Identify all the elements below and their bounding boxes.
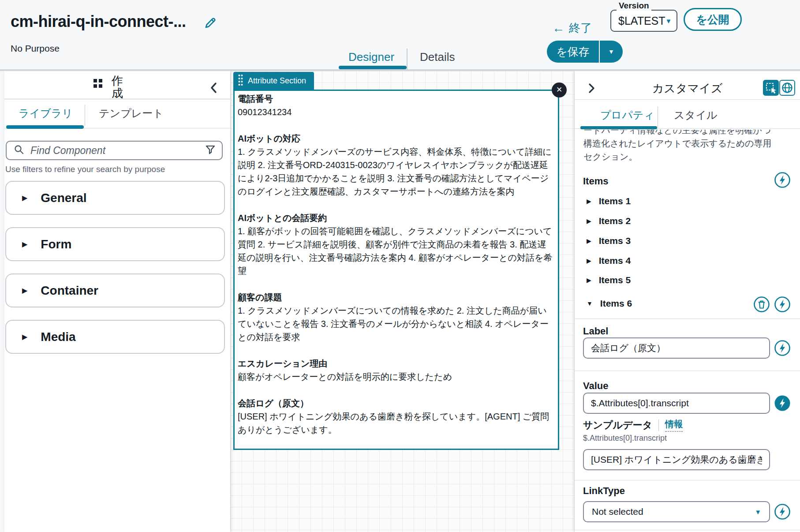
exit-label: 終了	[569, 20, 592, 36]
chevron-right-icon: ▶	[22, 286, 27, 295]
divider	[4, 99, 230, 99]
tab-divider	[85, 105, 85, 126]
item-label: Items 1	[599, 196, 631, 206]
value-heading: Value	[583, 380, 608, 392]
field-label: AIボットの対応	[238, 132, 555, 145]
deselect-component-button[interactable]: ✕	[552, 82, 567, 97]
component-tag-label: Attribute Section	[248, 76, 306, 86]
version-value: $LATEST	[618, 15, 665, 27]
item-dynamic-data-button[interactable]	[774, 296, 791, 313]
drag-handle-icon[interactable]	[238, 74, 243, 88]
field-value: [USER] ホワイトニング効果のある歯磨き粉を探しています。[AGENT] ご…	[238, 410, 555, 436]
item-row-5[interactable]: ▶ Items 5	[587, 275, 631, 285]
sample-data-input[interactable]	[583, 449, 770, 470]
chevron-right-icon: ▶	[587, 217, 591, 225]
panel-tab-style[interactable]: スタイル	[674, 108, 717, 122]
section-form[interactable]: ▶ Form	[5, 227, 225, 261]
chevron-right-icon: ▶	[22, 240, 27, 248]
label-input[interactable]	[583, 337, 770, 359]
item-label: Items 2	[599, 216, 631, 226]
search-input[interactable]	[30, 144, 200, 157]
section-general[interactable]: ▶ General	[5, 181, 225, 215]
field-label: 電話番号	[238, 92, 555, 105]
section-label: Container	[41, 284, 98, 298]
label-dynamic-data-button[interactable]	[774, 340, 791, 356]
attribute-field: 顧客の課題 1. クラスメソッドメンバーズについての情報を求めた 2. 注文した…	[238, 291, 555, 344]
divider	[658, 420, 659, 431]
lightning-icon	[774, 351, 791, 358]
tab-details[interactable]: Details	[420, 50, 455, 64]
exit-link[interactable]: ← 終了	[552, 20, 592, 36]
version-dropdown[interactable]: $LATEST ▼	[610, 10, 677, 32]
linktype-heading: LinkType	[583, 485, 625, 497]
delete-item-button[interactable]	[753, 296, 770, 313]
save-button[interactable]: を保存	[547, 41, 599, 63]
label-heading: Label	[583, 326, 608, 337]
select-mode-button[interactable]	[763, 80, 779, 96]
divider	[575, 530, 800, 530]
field-label: エスカレーション理由	[238, 357, 555, 370]
item-row-1[interactable]: ▶ Items 1	[587, 196, 631, 206]
section-media[interactable]: ▶ Media	[5, 320, 225, 354]
filter-icon[interactable]	[205, 144, 216, 157]
items-dynamic-data-button[interactable]	[774, 172, 791, 188]
publish-button[interactable]: を公開	[684, 8, 742, 31]
info-link[interactable]: 情報	[665, 418, 683, 432]
component-tag-attribute-section[interactable]: Attribute Section	[233, 72, 314, 90]
field-value: 1. クラスメソッドメンバーズについての情報を求めた 2. 注文した商品が届いて…	[238, 304, 555, 344]
edit-title-button[interactable]	[203, 16, 218, 31]
field-label: 顧客の課題	[238, 291, 555, 304]
collapse-sidebar-button[interactable]	[206, 81, 221, 96]
divider	[575, 318, 800, 319]
selected-attribute-section[interactable]: 電話番号 09012341234 AIボットの対応 1. クラスメソッドメンバー…	[233, 90, 559, 450]
attribute-field: AIボットの対応 1. クラスメソッドメンバーズのサービス内容、料金体系、特徴に…	[238, 132, 555, 198]
active-tab-indicator	[339, 66, 407, 69]
field-label: AIボットとの会話要約	[238, 211, 555, 225]
sample-data-path: $.Attributes[0].transcript	[583, 434, 667, 443]
section-container[interactable]: ▶ Container	[5, 273, 225, 307]
page-title: cm-hirai-q-in-connect-...	[11, 12, 186, 31]
value-input[interactable]	[583, 393, 770, 414]
linktype-dynamic-data-button[interactable]	[774, 503, 791, 520]
sidebar-tab-library[interactable]: ライブラリ	[19, 106, 73, 120]
lightning-filled-icon	[774, 406, 791, 413]
value-dynamic-data-button-active[interactable]	[774, 395, 791, 412]
chevron-right-icon: ▶	[587, 257, 591, 264]
back-arrow-icon: ←	[552, 22, 564, 34]
save-options-button[interactable]: ▼	[600, 41, 623, 63]
chevron-down-icon: ▼	[587, 300, 593, 307]
linktype-value: Not selected	[592, 506, 643, 517]
panel-tab-properties[interactable]: プロパティ	[600, 108, 654, 122]
chevron-down-icon: ▼	[608, 48, 614, 55]
chevron-left-icon	[208, 89, 220, 96]
lightning-icon	[774, 515, 791, 521]
item-row-6[interactable]: ▼ Items 6	[587, 298, 632, 309]
field-value: 1. 顧客がボットの回答可能範囲を確認し、クラスメソッドメンバーズについて質問 …	[238, 225, 555, 277]
sample-data-heading: サンプルデータ	[583, 419, 652, 432]
trash-icon	[753, 307, 770, 314]
item-row-4[interactable]: ▶ Items 4	[587, 255, 631, 266]
divider	[575, 371, 800, 371]
tab-divider	[658, 106, 658, 127]
item-row-3[interactable]: ▶ Items 3	[587, 236, 631, 246]
active-tab-indicator	[6, 125, 84, 129]
preview-mode-button[interactable]	[779, 80, 795, 96]
items-heading: Items	[583, 176, 608, 187]
chevron-right-icon: ▶	[587, 198, 591, 205]
item-label: Items 5	[599, 275, 631, 285]
divider	[575, 99, 800, 100]
field-label: 会話ログ（原文）	[238, 397, 555, 410]
filter-hint-text: Use filters to refine your search by pur…	[5, 165, 165, 174]
app-builder: cm-hirai-q-in-connect-... No Purpose ← 終…	[0, 0, 800, 532]
chevron-down-icon: ▼	[665, 18, 672, 24]
top-bar: cm-hirai-q-in-connect-... No Purpose ← 終…	[0, 0, 800, 71]
tab-divider	[407, 49, 407, 70]
customize-panel: カスタマイズ プロパティ スタイル	[575, 71, 800, 532]
lightning-icon	[774, 183, 791, 190]
item-label: Items 6	[600, 298, 632, 309]
linktype-select[interactable]: Not selected ▼	[583, 501, 770, 522]
section-label: Media	[41, 330, 75, 344]
item-row-2[interactable]: ▶ Items 2	[587, 216, 631, 226]
sidebar-tab-templates[interactable]: テンプレート	[99, 106, 164, 120]
tab-designer[interactable]: Designer	[348, 50, 394, 64]
